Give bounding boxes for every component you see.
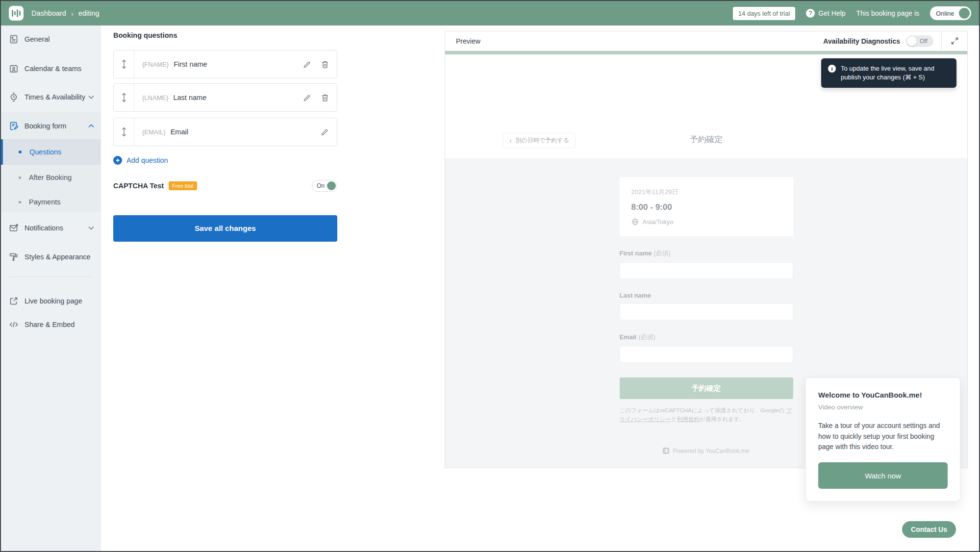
expand-preview-icon[interactable]: [942, 31, 967, 51]
sidebar-item-label: Share & Embed: [25, 321, 75, 328]
sidebar-item-label: Live booking page: [25, 297, 82, 305]
question-label: Email: [171, 128, 188, 136]
question-row-first-name: {FNAME} First name: [113, 50, 337, 78]
recaptcha-text: このフォームはreCAPTCHAによって保護されており、Googleの: [620, 407, 786, 413]
youcanbookme-logo-icon[interactable]: [9, 6, 24, 21]
sidebar-item-label: Styles & Appearance: [25, 253, 91, 261]
field-group-email: Email(必須): [620, 333, 793, 363]
question-tag: {LNAME}: [142, 94, 168, 101]
field-label: Last name: [620, 292, 793, 299]
globe-icon: [631, 218, 639, 226]
sidebar-item-share-embed[interactable]: Share & Embed: [1, 312, 101, 337]
field-group-first-name: First name(必須): [620, 249, 793, 279]
add-question-label: Add question: [126, 156, 168, 164]
welcome-title: Welcome to YouCanBook.me!: [818, 391, 948, 399]
chevron-down-icon: [88, 95, 94, 99]
chevron-down-icon: [88, 226, 94, 230]
field-required-suffix: (必須): [653, 250, 671, 257]
bullet-icon: [19, 201, 21, 203]
booking-confirm-title: 予約確定: [445, 134, 967, 145]
sidebar-item-calendar-teams[interactable]: Calendar & teams: [1, 56, 101, 81]
confirm-booking-button[interactable]: 予約確定: [620, 377, 793, 399]
question-label: First name: [174, 60, 207, 68]
diagnostics-toggle-knob: [907, 36, 917, 46]
trial-days-badge: 14 days left of trial: [733, 7, 796, 20]
sidebar-nav: General Calendar & teams Times & Availab…: [1, 25, 101, 551]
youcanbookme-mini-logo-icon: [663, 448, 669, 454]
sidebar-subitem-label: Payments: [29, 198, 60, 206]
sidebar-item-label: General: [25, 35, 50, 43]
bullet-icon: [19, 176, 21, 179]
external-link-icon: [9, 296, 19, 306]
delete-trash-icon[interactable]: [321, 94, 329, 102]
sidebar-item-notifications[interactable]: Notifications: [1, 215, 101, 241]
delete-trash-icon[interactable]: [321, 60, 329, 69]
tooltip-line: publish your changes (⌘ + S): [841, 74, 925, 81]
booking-timezone-row: Asia/Tokyo: [631, 218, 781, 226]
breadcrumb-page-editing: editing: [78, 9, 100, 17]
captcha-toggle-knob: [327, 181, 336, 190]
question-row-email: {EMAIL} Email: [113, 118, 337, 146]
question-row-last-name: {LNAME} Last name: [113, 83, 337, 112]
terms-link[interactable]: 利用規約: [677, 416, 700, 422]
plus-circle-icon: +: [113, 156, 122, 165]
calendar-person-icon: [9, 64, 19, 74]
sidebar-item-label: Calendar & teams: [25, 65, 81, 73]
booking-form-column: 2021年11月29日 8:00 - 9:00 Asia/Tokyo First…: [620, 177, 793, 454]
code-embed-icon: [9, 320, 19, 329]
captcha-test-row: CAPTCHA Test Free trial On: [113, 178, 337, 193]
sidebar-item-times-availability[interactable]: Times & Availability: [1, 84, 101, 110]
drag-handle-icon[interactable]: [114, 84, 134, 111]
sidebar-item-label: Times & Availability: [25, 93, 85, 101]
availability-diagnostics-toggle[interactable]: Off: [906, 35, 933, 47]
booking-summary-card: 2021年11月29日 8:00 - 9:00 Asia/Tokyo: [620, 177, 793, 236]
welcome-subtitle: Video overview: [818, 403, 948, 411]
field-label-text: Last name: [620, 292, 651, 299]
breadcrumb-dashboard[interactable]: Dashboard: [31, 9, 66, 17]
sidebar-item-payments[interactable]: Payments: [1, 189, 101, 215]
online-toggle[interactable]: Online: [930, 6, 971, 20]
preview-panel-header: Preview Availability Diagnostics Off: [445, 31, 967, 51]
watch-now-button[interactable]: Watch now: [818, 462, 948, 489]
field-label-text: First name: [620, 250, 652, 257]
booking-timezone: Asia/Tokyo: [643, 218, 674, 226]
booking-date: 2021年11月29日: [631, 188, 781, 197]
contact-us-button[interactable]: Contact Us: [902, 521, 956, 538]
edit-pencil-icon[interactable]: [303, 60, 311, 69]
captcha-on-toggle[interactable]: On: [312, 180, 337, 192]
field-label: Email(必須): [620, 333, 793, 342]
edit-pencil-icon[interactable]: [303, 94, 311, 102]
get-help-button[interactable]: ? Get Help: [806, 9, 845, 18]
last-name-input[interactable]: [620, 303, 793, 320]
powered-by-label: Powered by YouCanBook.me: [673, 448, 749, 454]
edit-pencil-icon[interactable]: [321, 128, 329, 136]
booking-time: 8:00 - 9:00: [631, 202, 781, 212]
first-name-input[interactable]: [620, 262, 793, 279]
question-label: Last name: [173, 94, 206, 101]
add-question-button[interactable]: + Add question: [113, 156, 168, 165]
drag-handle-icon[interactable]: [114, 50, 134, 78]
document-icon: [9, 34, 19, 44]
sidebar-item-general[interactable]: General: [1, 26, 101, 52]
email-input[interactable]: [620, 346, 793, 363]
question-tag: {FNAME}: [142, 61, 169, 68]
free-trial-badge: Free trial: [169, 181, 197, 190]
envelope-notification-icon: [9, 223, 19, 233]
sidebar-subitem-label: After Booking: [29, 174, 72, 181]
info-icon: i: [828, 65, 836, 73]
sidebar-item-styles-appearance[interactable]: Styles & Appearance: [1, 244, 101, 270]
powered-by-row[interactable]: Powered by YouCanBook.me: [620, 448, 793, 454]
availability-diagnostics-label: Availability Diagnostics: [823, 37, 900, 45]
sidebar-item-live-booking-page[interactable]: Live booking page: [1, 288, 101, 314]
booking-questions-title: Booking questions: [113, 31, 177, 39]
save-all-changes-button[interactable]: Save all changes: [113, 215, 337, 242]
sidebar-item-label: Notifications: [25, 224, 63, 232]
online-toggle-label: Online: [936, 10, 955, 17]
booking-page-accent-bar: [445, 51, 967, 54]
field-required-suffix: (必須): [638, 333, 655, 341]
drag-handle-icon[interactable]: [114, 118, 134, 146]
header-right-cluster: 14 days left of trial ? Get Help This bo…: [733, 6, 971, 20]
sidebar-item-questions[interactable]: Questions: [1, 139, 101, 165]
sidebar-item-booking-form[interactable]: Booking form: [1, 113, 101, 139]
sidebar-item-after-booking[interactable]: After Booking: [1, 165, 101, 190]
